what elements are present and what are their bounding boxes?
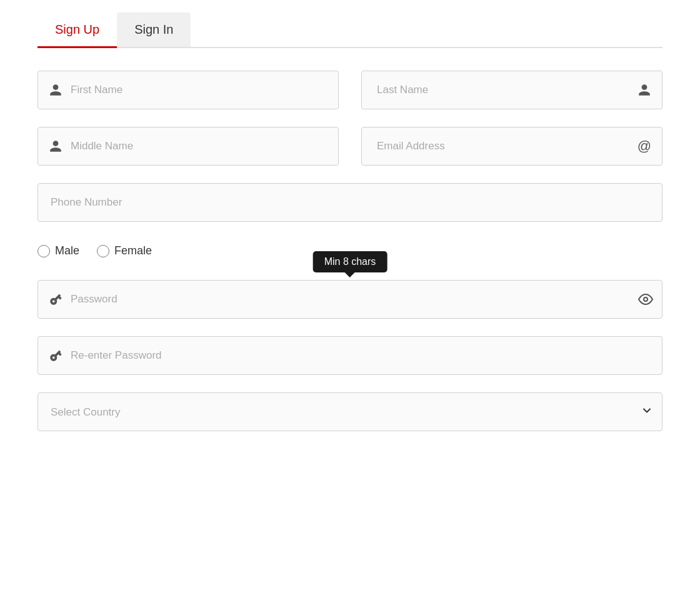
- tab-signin[interactable]: Sign In: [117, 12, 191, 47]
- middle-name-input[interactable]: [64, 140, 329, 152]
- person-icon-middle: [47, 139, 64, 153]
- password-field[interactable]: [38, 280, 662, 319]
- phone-field[interactable]: [38, 183, 662, 222]
- phone-input[interactable]: [47, 196, 653, 209]
- password-input[interactable]: [64, 293, 638, 306]
- password-row: Min 8 chars: [38, 280, 662, 319]
- person-icon-left: [47, 83, 64, 97]
- country-row: Select Country: [38, 392, 662, 431]
- email-field[interactable]: @: [361, 127, 662, 166]
- gender-female-radio[interactable]: [97, 245, 109, 257]
- key-icon-reenter: [47, 349, 64, 362]
- first-name-field[interactable]: [38, 71, 339, 109]
- middle-email-row: @: [38, 127, 662, 166]
- gender-male-radio[interactable]: [38, 245, 50, 257]
- reenter-password-input[interactable]: [64, 349, 653, 362]
- gender-female-label: Female: [114, 244, 152, 257]
- eye-icon[interactable]: [638, 292, 653, 307]
- tooltip-container: Min 8 chars: [38, 280, 662, 319]
- gender-row: Male Female: [38, 239, 662, 262]
- middle-name-field[interactable]: [38, 127, 339, 166]
- country-select-wrapper[interactable]: Select Country: [38, 392, 662, 431]
- person-icon-right: [636, 83, 653, 97]
- phone-row: [38, 183, 662, 222]
- name-row: [38, 71, 662, 109]
- email-input[interactable]: [371, 140, 636, 152]
- key-icon-password: [47, 292, 64, 306]
- chevron-down-icon: [641, 404, 653, 420]
- first-name-input[interactable]: [64, 84, 329, 96]
- svg-point-0: [644, 297, 648, 301]
- reenter-password-row: [38, 336, 662, 375]
- gender-female-option[interactable]: Female: [97, 244, 152, 257]
- reenter-password-field[interactable]: [38, 336, 662, 375]
- last-name-field[interactable]: [361, 71, 662, 109]
- at-icon: @: [636, 138, 653, 154]
- gender-male-option[interactable]: Male: [38, 244, 79, 257]
- signup-form: @ Male Female Min 8 chars: [38, 71, 662, 431]
- tab-signup[interactable]: Sign Up: [38, 12, 117, 47]
- gender-male-label: Male: [55, 244, 79, 257]
- country-select[interactable]: Select Country: [51, 406, 641, 418]
- last-name-input[interactable]: [371, 84, 636, 96]
- tabs-container: Sign Up Sign In: [38, 12, 662, 48]
